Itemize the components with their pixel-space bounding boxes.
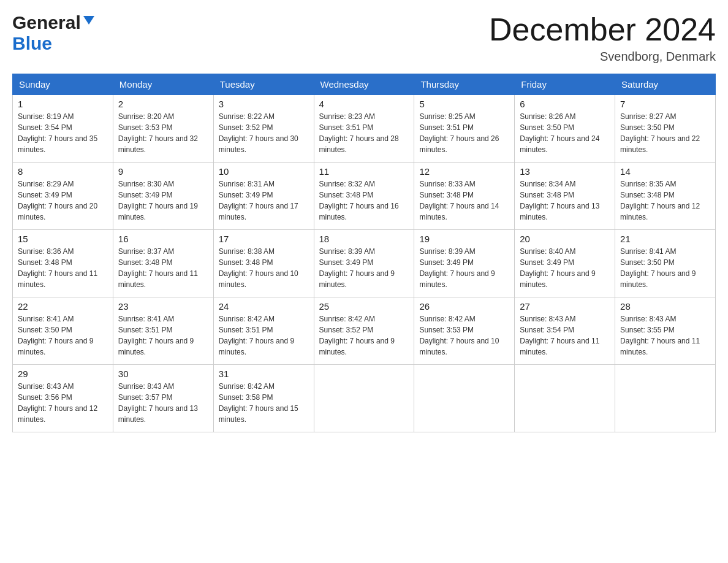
calendar-day-cell: 23 Sunrise: 8:41 AMSunset: 3:51 PMDaylig…	[113, 297, 213, 365]
logo-arrow-icon	[82, 13, 96, 29]
day-info: Sunrise: 8:26 AMSunset: 3:50 PMDaylight:…	[520, 112, 599, 154]
calendar-day-cell: 27 Sunrise: 8:43 AMSunset: 3:54 PMDaylig…	[515, 297, 615, 365]
day-info: Sunrise: 8:32 AMSunset: 3:48 PMDaylight:…	[319, 180, 399, 221]
day-number: 12	[419, 166, 509, 177]
day-number: 14	[620, 166, 710, 177]
day-number: 15	[18, 234, 108, 244]
calendar-header-row: Sunday Monday Tuesday Wednesday Thursday…	[13, 74, 716, 95]
col-tuesday: Tuesday	[213, 74, 314, 95]
day-info: Sunrise: 8:20 AMSunset: 3:53 PMDaylight:…	[118, 112, 198, 154]
title-block: December 2024 Svendborg, Denmark	[489, 12, 716, 64]
day-info: Sunrise: 8:42 AMSunset: 3:52 PMDaylight:…	[319, 315, 395, 356]
calendar-day-cell: 3 Sunrise: 8:22 AMSunset: 3:52 PMDayligh…	[213, 95, 314, 163]
day-info: Sunrise: 8:43 AMSunset: 3:57 PMDaylight:…	[118, 382, 198, 424]
day-number: 8	[18, 166, 108, 177]
day-info: Sunrise: 8:34 AMSunset: 3:48 PMDaylight:…	[520, 180, 599, 221]
col-wednesday: Wednesday	[314, 74, 414, 95]
col-monday: Monday	[113, 74, 213, 95]
calendar-day-cell: 19 Sunrise: 8:39 AMSunset: 3:49 PMDaylig…	[414, 230, 515, 297]
logo-general-text: General	[12, 12, 81, 33]
calendar-day-cell: 7 Sunrise: 8:27 AMSunset: 3:50 PMDayligh…	[615, 95, 716, 163]
day-number: 27	[520, 301, 610, 312]
calendar-day-cell: 10 Sunrise: 8:31 AMSunset: 3:49 PMDaylig…	[213, 163, 314, 230]
calendar-day-cell: 8 Sunrise: 8:29 AMSunset: 3:49 PMDayligh…	[13, 163, 113, 230]
day-info: Sunrise: 8:39 AMSunset: 3:49 PMDaylight:…	[319, 247, 395, 289]
calendar-day-cell: 29 Sunrise: 8:43 AMSunset: 3:56 PMDaylig…	[13, 365, 113, 432]
day-number: 31	[219, 369, 309, 379]
calendar-day-cell: 26 Sunrise: 8:42 AMSunset: 3:53 PMDaylig…	[414, 297, 515, 365]
day-info: Sunrise: 8:42 AMSunset: 3:51 PMDaylight:…	[219, 315, 294, 356]
col-thursday: Thursday	[414, 74, 515, 95]
day-number: 18	[319, 234, 409, 244]
day-number: 11	[319, 166, 409, 177]
calendar-day-cell	[515, 365, 615, 432]
day-number: 23	[118, 301, 208, 312]
location: Svendborg, Denmark	[489, 50, 716, 64]
day-info: Sunrise: 8:43 AMSunset: 3:54 PMDaylight:…	[520, 315, 599, 356]
calendar-day-cell: 30 Sunrise: 8:43 AMSunset: 3:57 PMDaylig…	[113, 365, 213, 432]
day-number: 30	[118, 369, 208, 379]
day-number: 28	[620, 301, 710, 312]
calendar-day-cell: 17 Sunrise: 8:38 AMSunset: 3:48 PMDaylig…	[213, 230, 314, 297]
day-number: 25	[319, 301, 409, 312]
calendar-day-cell: 12 Sunrise: 8:33 AMSunset: 3:48 PMDaylig…	[414, 163, 515, 230]
day-info: Sunrise: 8:39 AMSunset: 3:49 PMDaylight:…	[419, 247, 495, 289]
calendar-day-cell: 16 Sunrise: 8:37 AMSunset: 3:48 PMDaylig…	[113, 230, 213, 297]
calendar-table: Sunday Monday Tuesday Wednesday Thursday…	[12, 74, 716, 432]
day-number: 22	[18, 301, 108, 312]
day-info: Sunrise: 8:27 AMSunset: 3:50 PMDaylight:…	[620, 112, 700, 154]
calendar-week-row: 1 Sunrise: 8:19 AMSunset: 3:54 PMDayligh…	[13, 95, 716, 163]
calendar-week-row: 22 Sunrise: 8:41 AMSunset: 3:50 PMDaylig…	[13, 297, 716, 365]
col-friday: Friday	[515, 74, 615, 95]
day-number: 5	[419, 99, 509, 109]
calendar-day-cell: 5 Sunrise: 8:25 AMSunset: 3:51 PMDayligh…	[414, 95, 515, 163]
day-info: Sunrise: 8:29 AMSunset: 3:49 PMDaylight:…	[18, 180, 97, 221]
day-number: 17	[219, 234, 309, 244]
month-title: December 2024	[489, 12, 716, 47]
day-info: Sunrise: 8:40 AMSunset: 3:49 PMDaylight:…	[520, 247, 595, 289]
calendar-day-cell: 2 Sunrise: 8:20 AMSunset: 3:53 PMDayligh…	[113, 95, 213, 163]
svg-marker-0	[83, 16, 94, 25]
day-info: Sunrise: 8:41 AMSunset: 3:50 PMDaylight:…	[18, 315, 93, 356]
day-info: Sunrise: 8:42 AMSunset: 3:53 PMDaylight:…	[419, 315, 499, 356]
calendar-day-cell	[314, 365, 414, 432]
calendar-day-cell: 31 Sunrise: 8:42 AMSunset: 3:58 PMDaylig…	[213, 365, 314, 432]
calendar-day-cell: 20 Sunrise: 8:40 AMSunset: 3:49 PMDaylig…	[515, 230, 615, 297]
day-info: Sunrise: 8:43 AMSunset: 3:55 PMDaylight:…	[620, 315, 700, 356]
day-number: 13	[520, 166, 610, 177]
calendar-week-row: 15 Sunrise: 8:36 AMSunset: 3:48 PMDaylig…	[13, 230, 716, 297]
page-header: General Blue December 2024 Svendborg, De…	[12, 12, 716, 64]
day-info: Sunrise: 8:37 AMSunset: 3:48 PMDaylight:…	[118, 247, 198, 289]
calendar-day-cell: 14 Sunrise: 8:35 AMSunset: 3:48 PMDaylig…	[615, 163, 716, 230]
calendar-day-cell: 6 Sunrise: 8:26 AMSunset: 3:50 PMDayligh…	[515, 95, 615, 163]
day-number: 9	[118, 166, 208, 177]
col-saturday: Saturday	[615, 74, 716, 95]
calendar-day-cell: 13 Sunrise: 8:34 AMSunset: 3:48 PMDaylig…	[515, 163, 615, 230]
logo-blue-text: Blue	[12, 33, 52, 53]
calendar-day-cell: 15 Sunrise: 8:36 AMSunset: 3:48 PMDaylig…	[13, 230, 113, 297]
day-number: 26	[419, 301, 509, 312]
day-number: 10	[219, 166, 309, 177]
day-number: 21	[620, 234, 710, 244]
calendar-day-cell: 22 Sunrise: 8:41 AMSunset: 3:50 PMDaylig…	[13, 297, 113, 365]
calendar-day-cell	[414, 365, 515, 432]
day-info: Sunrise: 8:41 AMSunset: 3:51 PMDaylight:…	[118, 315, 194, 356]
day-info: Sunrise: 8:22 AMSunset: 3:52 PMDaylight:…	[219, 112, 298, 154]
day-info: Sunrise: 8:36 AMSunset: 3:48 PMDaylight:…	[18, 247, 97, 289]
day-info: Sunrise: 8:25 AMSunset: 3:51 PMDaylight:…	[419, 112, 499, 154]
day-number: 6	[520, 99, 610, 109]
calendar-day-cell	[615, 365, 716, 432]
day-info: Sunrise: 8:23 AMSunset: 3:51 PMDaylight:…	[319, 112, 399, 154]
day-info: Sunrise: 8:42 AMSunset: 3:58 PMDaylight:…	[219, 382, 298, 424]
day-info: Sunrise: 8:41 AMSunset: 3:50 PMDaylight:…	[620, 247, 696, 289]
day-info: Sunrise: 8:31 AMSunset: 3:49 PMDaylight:…	[219, 180, 298, 221]
day-info: Sunrise: 8:35 AMSunset: 3:48 PMDaylight:…	[620, 180, 700, 221]
calendar-day-cell: 4 Sunrise: 8:23 AMSunset: 3:51 PMDayligh…	[314, 95, 414, 163]
calendar-day-cell: 24 Sunrise: 8:42 AMSunset: 3:51 PMDaylig…	[213, 297, 314, 365]
calendar-day-cell: 1 Sunrise: 8:19 AMSunset: 3:54 PMDayligh…	[13, 95, 113, 163]
day-number: 4	[319, 99, 409, 109]
day-number: 1	[18, 99, 108, 109]
logo: General Blue	[12, 12, 96, 54]
day-number: 20	[520, 234, 610, 244]
day-number: 3	[219, 99, 309, 109]
